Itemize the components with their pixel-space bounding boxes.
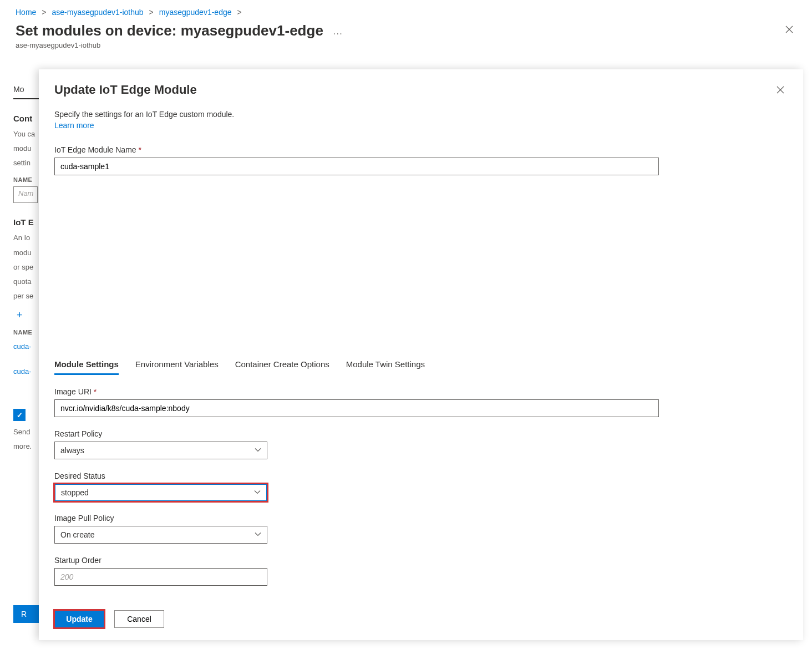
startup-order-input[interactable] xyxy=(54,568,267,586)
bg-tab: Mo xyxy=(13,79,39,99)
tab-environment-variables[interactable]: Environment Variables xyxy=(135,354,219,375)
breadcrumb-item-iothub[interactable]: ase-myasegpudev1-iothub xyxy=(52,8,144,17)
image-pull-policy-label: Image Pull Policy xyxy=(54,514,267,523)
panel-description: Specify the settings for an IoT Edge cus… xyxy=(39,99,803,130)
panel-title: Update IoT Edge Module xyxy=(54,83,197,97)
update-module-panel: Update IoT Edge Module Specify the setti… xyxy=(39,69,803,640)
bg-text: modu xyxy=(13,247,39,258)
learn-more-link[interactable]: Learn more xyxy=(54,121,788,130)
panel-footer: Update Cancel xyxy=(39,601,803,640)
bg-text: or spe xyxy=(13,262,39,273)
image-pull-policy-select[interactable]: On create xyxy=(54,526,267,544)
page-header: Set modules on device: myasegpudev1-edge… xyxy=(0,22,812,56)
close-icon xyxy=(785,26,793,33)
close-page-button[interactable] xyxy=(782,22,796,38)
bg-text: settin xyxy=(13,158,39,169)
close-panel-button[interactable] xyxy=(773,83,788,99)
bg-section-heading: Cont xyxy=(13,114,39,123)
tab-container-create-options[interactable]: Container Create Options xyxy=(235,354,329,375)
bg-text: more. xyxy=(13,441,39,452)
bg-label: NAME xyxy=(13,176,39,183)
breadcrumb-item-home[interactable]: Home xyxy=(16,8,36,17)
page-subtitle: ase-myasegpudev1-iothub xyxy=(16,41,343,49)
bg-label: NAME xyxy=(13,329,39,336)
bg-text: quota xyxy=(13,276,39,287)
chevron-down-icon xyxy=(255,530,261,539)
restart-policy-value: always xyxy=(60,446,84,455)
tab-module-twin-settings[interactable]: Module Twin Settings xyxy=(346,354,425,375)
bg-text: Send xyxy=(13,427,39,438)
bg-text: An Io xyxy=(13,232,39,244)
module-name-label: IoT Edge Module Name xyxy=(54,145,659,154)
restart-policy-select[interactable]: always xyxy=(54,442,267,459)
restart-policy-label: Restart Policy xyxy=(54,429,267,438)
update-button[interactable]: Update xyxy=(54,610,104,628)
more-actions-icon[interactable]: ··· xyxy=(333,29,343,38)
breadcrumb: Home > ase-myasegpudev1-iothub > myasegp… xyxy=(0,0,812,22)
breadcrumb-separator: > xyxy=(42,8,46,17)
bg-text: modu xyxy=(13,143,39,154)
desired-status-select[interactable]: stopped xyxy=(54,484,267,501)
checkbox-icon xyxy=(13,409,26,421)
breadcrumb-separator: > xyxy=(237,8,242,17)
chevron-down-icon xyxy=(254,488,261,497)
startup-order-label: Startup Order xyxy=(54,556,267,565)
desired-status-label: Desired Status xyxy=(54,471,267,480)
chevron-down-icon xyxy=(255,446,261,455)
bg-text: You ca xyxy=(13,129,39,140)
image-uri-label: Image URI xyxy=(54,387,659,396)
background-content: Mo Cont You ca modu settin NAME Nam IoT … xyxy=(0,69,39,635)
panel-tabs: Module Settings Environment Variables Co… xyxy=(54,354,788,375)
bg-review-button: R xyxy=(13,605,39,623)
desired-status-value: stopped xyxy=(61,488,89,497)
breadcrumb-item-edge[interactable]: myasegpudev1-edge xyxy=(159,8,232,17)
bg-input: Nam xyxy=(13,186,38,203)
image-uri-input[interactable] xyxy=(54,399,659,417)
breadcrumb-separator: > xyxy=(149,8,154,17)
cancel-button[interactable]: Cancel xyxy=(114,610,164,628)
plus-icon: + xyxy=(17,310,39,321)
bg-link: cuda- xyxy=(13,342,39,351)
close-icon xyxy=(777,86,784,94)
bg-text: per se xyxy=(13,291,39,302)
module-name-input[interactable] xyxy=(54,158,659,175)
bg-section-heading: IoT E xyxy=(13,217,39,227)
bg-link: cuda- xyxy=(13,367,39,376)
tab-module-settings[interactable]: Module Settings xyxy=(54,354,119,375)
page-title: Set modules on device: myasegpudev1-edge xyxy=(16,22,323,39)
image-pull-policy-value: On create xyxy=(60,530,94,539)
